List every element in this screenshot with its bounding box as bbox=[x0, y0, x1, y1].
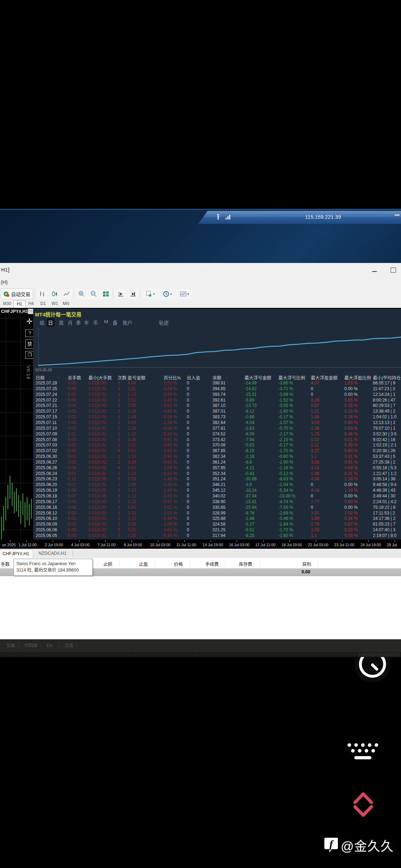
table-row[interactable]: 2025.06.240.010.01|0.0111.100.31 %0352.3… bbox=[33, 471, 401, 477]
table-row[interactable]: 2025.07.030.020.01|0.0122.210.60 %0370.0… bbox=[33, 443, 401, 448]
cell-最大浮盈比例: 0.89 % bbox=[344, 465, 358, 470]
cell-最大浮亏金额: -8.09 bbox=[245, 432, 254, 436]
templates-caret-icon[interactable]: ▾ bbox=[187, 292, 189, 296]
cell-日期: 2025.07.09 bbox=[36, 432, 57, 436]
candlestick-chart-button[interactable] bbox=[48, 289, 61, 299]
rdp-minimize-icon[interactable] bbox=[395, 215, 400, 216]
table-row[interactable]: 2025.06.120.030.01|0.0223.311.02 %0328.9… bbox=[33, 511, 401, 516]
templates-button[interactable]: ▾ bbox=[176, 289, 192, 299]
terminal-tab-4[interactable]: 日志 bbox=[62, 641, 76, 650]
table-row[interactable]: 2025.07.100.030.01|0.0223.290.88 %0377.8… bbox=[33, 426, 401, 432]
cell-日期: 2025.07.03 bbox=[36, 443, 57, 448]
cell-次数: 2 bbox=[118, 426, 120, 431]
cell-最大浮盈比例: 0.83 % bbox=[344, 499, 358, 504]
cell-最大浮亏金额: -14.62 bbox=[245, 386, 257, 391]
line-chart-button[interactable] bbox=[61, 289, 73, 299]
cell-最小|平均持仓: 8:00:26 | 47 bbox=[373, 398, 395, 403]
add-indicator-button[interactable]: ▾ bbox=[142, 289, 158, 299]
cell-盈亏金额: 1.11 bbox=[128, 386, 135, 391]
table-row[interactable]: 2025.07.150.010.01|0.0111.090.28 %0383.7… bbox=[33, 414, 401, 420]
cell-最小|大手数: 0.01|0.02 bbox=[88, 409, 106, 414]
cell-最大浮亏金额: -6.15 bbox=[245, 448, 254, 453]
cell-最小|大手数: 0.01|0.02 bbox=[88, 420, 106, 425]
table-row[interactable]: 2025.06.090.030.01|0.0223.331.04 %0324.5… bbox=[33, 522, 401, 527]
cell-出入金: 0 bbox=[187, 386, 189, 391]
table-row[interactable]: 2025.07.090.010.01|0.0111.100.29 %0374.5… bbox=[33, 432, 401, 437]
window-maximize-button[interactable] bbox=[391, 267, 400, 273]
table-row[interactable]: 2025.07.280.050.02|0.0324.061.03 %0398.9… bbox=[33, 381, 401, 386]
table-row[interactable]: 2025.07.080.030.01|0.0223.360.91 %0373.4… bbox=[33, 437, 401, 443]
table-row[interactable]: 2025.06.060.030.01|0.0223.311.04 %0321.2… bbox=[33, 527, 401, 533]
table-row[interactable]: 2025.06.050.030.01|0.0122.250.30 %0317.9… bbox=[33, 533, 401, 539]
timeframe-button-w1[interactable]: W1 bbox=[50, 300, 60, 307]
table-row[interactable]: 2025.06.160.060.01|0.0336.662.02 %0335.6… bbox=[33, 505, 401, 511]
table-row[interactable]: 2025.06.300.010.01|0.0111.100.30 %0362.3… bbox=[33, 454, 401, 460]
chart-tab-2[interactable]: NZDCAD#,H1 bbox=[35, 549, 70, 558]
table-row[interactable]: 2025.06.190.060.01|0.0335.101.50 %0345.1… bbox=[33, 488, 401, 494]
bar-chart-button[interactable] bbox=[36, 289, 48, 299]
table-row[interactable]: 2025.07.220.050.01|0.0235.511.42 %0392.6… bbox=[33, 398, 401, 403]
table-row[interactable]: 2025.06.200.010.01|0.0111.090.32 %0346.2… bbox=[33, 482, 401, 488]
collapse-expand-icon[interactable] bbox=[353, 790, 374, 817]
chart-tab-1[interactable]: CHFJPY#,H1 bbox=[0, 549, 33, 558]
window-minimize-button[interactable] bbox=[372, 267, 381, 273]
table-header-10: 最大浮盈金额 bbox=[311, 374, 338, 381]
chart-shift-button[interactable] bbox=[127, 289, 139, 299]
cell-余额: 335.65 bbox=[212, 505, 226, 510]
table-row[interactable]: 2025.07.210.040.01|0.0320.090.02 %0387.1… bbox=[33, 403, 401, 409]
cell-百分比%: 0.85 % bbox=[164, 409, 177, 414]
cell-出入金: 0 bbox=[187, 505, 189, 510]
timeframe-button-h4[interactable]: H4 bbox=[26, 300, 36, 307]
table-row[interactable]: 2025.07.020.050.01|0.0245.511.52 %0367.8… bbox=[33, 448, 401, 454]
table-row[interactable]: 2025.07.170.030.01|0.0223.280.85 %0387.0… bbox=[33, 409, 401, 414]
timeframe-button-h1[interactable]: H1 bbox=[13, 300, 26, 308]
cell-最大浮亏金额: -18.14 bbox=[245, 488, 257, 493]
zoom-out-button[interactable] bbox=[88, 289, 100, 299]
ea-version-label: V6.18 bbox=[26, 366, 31, 379]
zoom-in-button[interactable] bbox=[76, 289, 88, 299]
column-separator bbox=[119, 559, 120, 567]
autotrade-button[interactable]: 自动交易 bbox=[1, 289, 33, 299]
cell-日期: 2025.06.10 bbox=[36, 516, 57, 521]
cell-日期: 2025.07.21 bbox=[36, 403, 57, 408]
table-row[interactable]: 2025.06.260.050.01|0.0245.611.59 %0357.9… bbox=[33, 465, 401, 471]
auto-scroll-button[interactable] bbox=[115, 289, 127, 299]
cell-最大浮盈金额: 2.36 bbox=[311, 426, 319, 431]
cell-最大浮亏比例: -3.89 % bbox=[278, 392, 293, 397]
table-row[interactable]: 2025.06.170.030.01|0.0223.250.97 %0338.9… bbox=[33, 499, 401, 505]
pin-icon[interactable] bbox=[215, 214, 222, 220]
timeframe-button-m30[interactable]: M30 bbox=[2, 300, 12, 307]
cell-余额: 373.42 bbox=[212, 437, 226, 442]
periods-button[interactable]: ▾ bbox=[159, 289, 175, 299]
tile-windows-button[interactable] bbox=[100, 289, 112, 299]
keyboard-toggle-icon[interactable] bbox=[346, 742, 379, 760]
cell-最大浮盈金额: 3.03 bbox=[311, 420, 319, 425]
timeframe-button-d1[interactable]: D1 bbox=[38, 300, 48, 307]
cell-最大浮盈金额: 4.08 bbox=[311, 476, 319, 481]
periods-caret-icon[interactable]: ▾ bbox=[170, 292, 172, 296]
cell-盈亏金额: 5.03 bbox=[128, 476, 136, 481]
menu-item-help[interactable]: (H) bbox=[1, 279, 7, 285]
cell-出入金: 0 bbox=[187, 403, 189, 408]
table-row[interactable]: 2025.06.230.120.01|0.0555.031.45 %0351.2… bbox=[33, 476, 401, 482]
terminal-tab-1[interactable]: 交易 bbox=[4, 641, 18, 650]
timeframe-button-mn[interactable]: MN bbox=[61, 300, 71, 307]
terminal-tab-2[interactable]: 代码库 bbox=[21, 641, 41, 650]
cell-最小|大手数: 0.01|0.02 bbox=[88, 426, 106, 431]
move-cross-icon[interactable]: ✛ bbox=[25, 317, 34, 326]
time-axis-tick bbox=[237, 540, 237, 542]
cell-余额: 345.12 bbox=[212, 488, 226, 493]
table-row[interactable]: 2025.06.180.070.01|0.0531.120.33 %0340.0… bbox=[33, 494, 401, 499]
cell-日期: 2025.06.09 bbox=[36, 522, 57, 527]
table-row[interactable]: 2025.07.250.050.01|0.0331.110.28 %0394.8… bbox=[33, 386, 401, 392]
table-row[interactable]: 2025.07.240.010.01|0.0111.130.29 %0393.7… bbox=[33, 392, 401, 398]
cell-出入金: 0 bbox=[187, 499, 189, 504]
table-row[interactable]: 2025.07.110.030.01|0.0224.831.28 %0382.6… bbox=[33, 420, 401, 426]
rdp-connection-bar[interactable]: 115.159.221.39 bbox=[198, 211, 401, 224]
terminal-tab-3[interactable]: EA bbox=[44, 641, 56, 650]
cell-总手数: 0.02 bbox=[68, 443, 76, 448]
table-row[interactable]: 2025.06.100.010.01|0.0111.100.34 %0325.6… bbox=[33, 516, 401, 522]
time-axis-label: 2 Jul 19:00 bbox=[45, 543, 63, 547]
add-indicator-caret-icon[interactable]: ▾ bbox=[153, 292, 155, 296]
table-row[interactable]: 2025.06.270.030.01|0.0223.290.92 %0361.2… bbox=[33, 460, 401, 465]
